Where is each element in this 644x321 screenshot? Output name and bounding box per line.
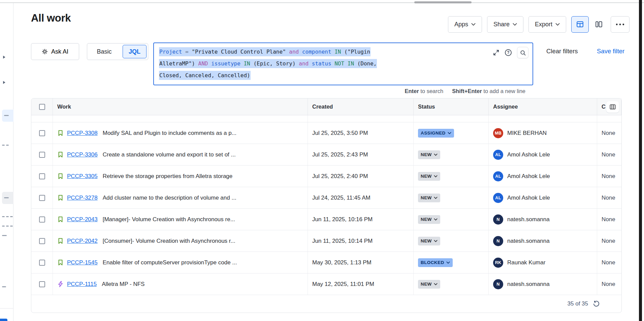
assignee-cell: Nnatesh.somanna <box>489 209 597 230</box>
issue-key-link[interactable]: PCCP-2042 <box>67 238 98 244</box>
story-icon <box>57 173 64 179</box>
issue-key-link[interactable]: PCCP-3306 <box>67 151 98 158</box>
created-cell: Jul 25, 2025, 3:50 PM <box>308 122 414 144</box>
select-all-checkbox[interactable] <box>39 104 45 110</box>
jql-token: IN <box>334 49 341 55</box>
expand-editor-icon[interactable] <box>493 49 500 56</box>
jql-token: = <box>182 49 192 55</box>
ask-ai-button[interactable]: Ask AI <box>31 43 79 60</box>
jql-query-text: Project = "Private Cloud Control Plane" … <box>159 46 492 81</box>
extra-cell: None <box>597 209 621 230</box>
created-cell: May 12, 2025, 11:01 PM <box>308 273 414 295</box>
window-top-edge <box>0 2 644 3</box>
extra-value: None <box>602 216 615 223</box>
hint-shift-text: to add a new line <box>482 88 525 94</box>
issue-summary: Retrieve the storage properties from All… <box>103 173 233 180</box>
export-button[interactable]: Export <box>528 16 566 33</box>
table-row: PCCP-2042[Consumer]- Volume Creation wit… <box>31 230 621 252</box>
row-checkbox[interactable] <box>39 216 45 223</box>
jql-query-input[interactable]: Project = "Private Cloud Control Plane" … <box>153 42 533 85</box>
sidebar <box>0 3 13 321</box>
column-header-status[interactable]: Status <box>414 98 489 115</box>
table-row: PCCP-1115Alletra MP - NFSMay 12, 2025, 1… <box>31 273 621 295</box>
avatar: AL <box>493 171 503 181</box>
column-settings-button[interactable] <box>606 101 619 113</box>
basic-mode-tab[interactable]: Basic <box>87 48 121 55</box>
extra-value: None <box>602 173 615 180</box>
row-select-cell <box>31 122 53 144</box>
extra-value: None <box>602 259 615 266</box>
issue-key-link[interactable]: PCCP-1545 <box>67 259 98 266</box>
sidebar-expand-icon[interactable] <box>3 54 6 60</box>
row-checkbox[interactable] <box>39 281 45 287</box>
work-cell: PCCP-3305Retrieve the storage properties… <box>53 166 308 187</box>
jql-token: Closed, Canceled, Cancelled) <box>159 72 250 79</box>
jql-token: issuetype <box>211 60 240 67</box>
apps-button[interactable]: Apps <box>448 16 482 33</box>
list-view-button[interactable] <box>571 16 589 33</box>
jql-token: and <box>289 49 299 55</box>
sidebar-divider <box>0 308 13 309</box>
row-checkbox[interactable] <box>39 238 45 244</box>
jql-mode-tab[interactable]: JQL <box>123 45 147 58</box>
share-button[interactable]: Share <box>487 16 523 33</box>
work-cell: PCCP-3308Modify SAL and Plugin to includ… <box>53 122 308 144</box>
status-badge[interactable]: NEW <box>418 215 440 224</box>
columns-icon <box>609 104 616 110</box>
issue-key-link[interactable]: PCCP-3278 <box>67 195 98 201</box>
row-checkbox[interactable] <box>39 195 45 201</box>
status-badge[interactable]: NEW <box>418 237 440 245</box>
row-select-cell <box>31 252 53 273</box>
status-badge[interactable]: ASSIGNED <box>418 129 454 138</box>
sidebar-item-selected[interactable] <box>2 110 13 122</box>
jql-token <box>331 49 335 55</box>
column-header-work[interactable]: Work <box>53 98 308 115</box>
jql-line: Closed, Canceled, Cancelled) <box>159 69 492 81</box>
save-filter-button[interactable]: Save filter <box>597 48 624 55</box>
status-badge[interactable]: NEW <box>418 194 440 202</box>
avatar: AL <box>493 193 503 203</box>
jql-token: (Done, <box>354 60 377 67</box>
row-checkbox[interactable] <box>39 260 45 266</box>
refresh-button[interactable] <box>593 300 600 308</box>
jql-token: component <box>302 49 331 55</box>
sidebar-item[interactable] <box>2 192 13 204</box>
status-badge[interactable]: NEW <box>418 150 440 159</box>
assignee-name: Raunak Kumar <box>507 259 545 266</box>
run-search-button[interactable] <box>517 47 528 58</box>
more-actions-button[interactable] <box>611 16 630 33</box>
issue-key-link[interactable]: PCCP-3308 <box>67 130 98 137</box>
status-badge[interactable]: NEW <box>418 172 440 181</box>
status-cell: NEW <box>414 166 489 187</box>
sidebar-bottom-button[interactable] <box>0 319 7 321</box>
detail-view-button[interactable] <box>592 16 606 33</box>
issue-key-link[interactable]: PCCP-1115 <box>67 281 97 288</box>
issue-key-link[interactable]: PCCP-2043 <box>67 216 98 223</box>
row-checkbox[interactable] <box>39 152 45 158</box>
status-cell: ASSIGNED <box>414 122 489 144</box>
row-select-cell <box>31 166 53 187</box>
column-header-assignee[interactable]: Assignee <box>489 98 597 115</box>
assignee-name: Amol Ashok Lele <box>507 195 550 201</box>
clear-filters-button[interactable]: Clear filters <box>546 48 578 55</box>
sidebar-expand-icon[interactable] <box>3 80 6 86</box>
scrollbar-thumb[interactable] <box>414 1 472 3</box>
jql-token: NOT IN <box>334 60 354 67</box>
row-checkbox[interactable] <box>39 130 45 136</box>
row-checkbox[interactable] <box>39 173 45 179</box>
avatar: RK <box>493 258 503 268</box>
syntax-help-icon[interactable]: ? <box>505 49 512 56</box>
avatar: MB <box>493 128 503 138</box>
work-cell: PCCP-1115Alletra MP - NFS <box>53 273 308 295</box>
assignee-cell: ALAmol Ashok Lele <box>489 187 597 208</box>
column-header-created[interactable]: Created <box>308 98 414 115</box>
jira-all-work-page: { "page": { "title": "All work" }, "head… <box>0 0 644 321</box>
issue-key-link[interactable]: PCCP-3305 <box>67 173 98 180</box>
status-cell: NEW <box>414 273 489 295</box>
status-badge[interactable]: NEW <box>418 280 440 289</box>
selected-text: Project = "Private Cloud Control Plane" … <box>159 47 371 56</box>
jql-token: ("Plugin <box>341 49 370 55</box>
status-badge[interactable]: BLOCKED <box>418 258 453 267</box>
jql-token: (Epic, Story) <box>250 60 299 67</box>
table-row: PCCP-2043[Manager]- Volume Creation with… <box>31 209 621 230</box>
